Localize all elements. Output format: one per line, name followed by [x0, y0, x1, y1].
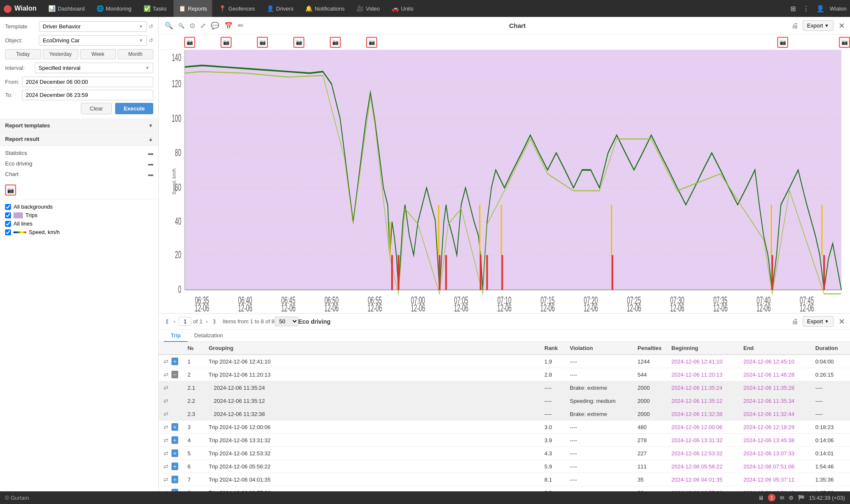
speed-checkbox[interactable] [5, 229, 11, 235]
nav-monitoring[interactable]: 🌐 Monitoring [91, 0, 137, 17]
row-sync-icon[interactable]: ⇄ [162, 371, 170, 378]
row-add-icon[interactable]: + [171, 436, 178, 444]
report-result-header[interactable]: Report result ▲ [0, 132, 158, 146]
row-end[interactable]: 2024-12-06 13:45:38 [740, 434, 812, 447]
camera-7[interactable]: 📷 [777, 37, 788, 48]
row-end[interactable]: 2024-12-06 13:07:33 [740, 447, 812, 460]
nav-geofences[interactable]: 📍 Geofences [214, 0, 260, 17]
yesterday-btn[interactable]: Yesterday [43, 49, 79, 59]
camera-6[interactable]: 📷 [366, 37, 377, 48]
chart-print-icon[interactable]: 🖨 [791, 21, 799, 30]
row-sync-icon[interactable]: ⇄ [162, 423, 170, 431]
row-beginning[interactable]: 2024-12-06 04:01:35 [668, 473, 740, 486]
trips-checkbox[interactable] [5, 212, 11, 218]
interval-select[interactable]: Specified interval ▼ [35, 63, 153, 73]
template-select[interactable]: Driver Behavior ▼ [39, 21, 147, 32]
camera-2[interactable]: 📷 [221, 37, 232, 48]
object-refresh-icon[interactable]: ↺ [149, 37, 153, 44]
chart-close-btn[interactable]: ✕ [839, 21, 845, 30]
row-add-icon[interactable]: + [171, 476, 178, 483]
grid-icon[interactable]: ⊞ [789, 3, 798, 14]
calendar-icon[interactable]: 📅 [224, 21, 234, 30]
camera-4[interactable]: 📷 [293, 37, 304, 48]
week-btn[interactable]: Week [80, 49, 116, 59]
row-add-icon[interactable]: + [171, 463, 178, 470]
result-item-statistics[interactable]: Statistics ▬ [0, 148, 158, 158]
report-templates-header[interactable]: Report templates ▼ [0, 119, 158, 132]
row-sync-icon[interactable]: ⇄ [162, 436, 170, 444]
nav-video[interactable]: 🎥 Video [351, 0, 385, 17]
tab-trip[interactable]: Trip [164, 330, 188, 342]
per-page-select[interactable]: 10 25 50 100 [275, 317, 298, 326]
row-end[interactable]: 2024-12-06 11:32:44 [740, 408, 812, 421]
nav-units[interactable]: 🚗 Units [386, 0, 419, 17]
clear-button[interactable]: Clear [81, 103, 112, 114]
to-input[interactable] [22, 90, 153, 100]
row-end[interactable]: 2024-12-06 05:37:11 [740, 473, 812, 486]
row-beginning[interactable]: 2024-12-06 11:35:12 [668, 394, 740, 408]
row-add-icon[interactable]: + [171, 449, 178, 457]
camera-icon-left[interactable]: 📷 [5, 185, 16, 196]
pen-icon[interactable]: ✏ [237, 21, 244, 30]
row-end[interactable]: 2024-12-06 07:51:08 [740, 460, 812, 473]
notification-badge[interactable]: 1 [768, 494, 775, 501]
nav-dashboard[interactable]: 📊 Dashboard [43, 0, 90, 17]
camera-3[interactable]: 📷 [257, 37, 268, 48]
row-beginning[interactable]: 2024-12-06 11:35:24 [668, 381, 740, 394]
all-backgrounds-checkbox[interactable] [5, 204, 11, 210]
nav-reports[interactable]: 📋 Reports [174, 0, 212, 17]
prev-page-btn[interactable]: ‹ [172, 317, 177, 325]
row-minus-icon[interactable]: − [171, 371, 178, 378]
camera-5[interactable]: 📷 [330, 37, 341, 48]
row-beginning[interactable]: 2024-12-06 11:20:13 [668, 368, 740, 381]
username[interactable]: Wialon [830, 6, 847, 12]
object-select[interactable]: EcoDriving Car ▼ [39, 35, 147, 46]
nav-notifications[interactable]: 🔔 Notifications [300, 0, 350, 17]
table-export-btn[interactable]: Export ▼ [803, 316, 833, 327]
row-end[interactable]: 2024-12-06 11:35:28 [740, 381, 812, 394]
from-input[interactable] [22, 77, 153, 87]
more-icon[interactable]: ⋮ [801, 3, 811, 14]
zoom-out-icon[interactable]: 🔍 [164, 21, 174, 30]
camera-8[interactable]: 📷 [839, 37, 850, 48]
table-print-icon[interactable]: 🖨 [791, 317, 799, 326]
nav-tasks[interactable]: ✅ Tasks [138, 0, 172, 17]
row-end[interactable]: 2024-12-06 10:04:49 [740, 486, 812, 492]
row-sync-icon[interactable]: ⇄ [162, 384, 170, 391]
row-beginning[interactable]: 2024-12-06 12:53:32 [668, 447, 740, 460]
zoom-in-icon[interactable]: 🔍 [177, 22, 185, 30]
result-item-eco-driving[interactable]: Eco driving ▬ [0, 158, 158, 169]
nav-drivers[interactable]: 👤 Drivers [262, 0, 298, 17]
next-page-btn[interactable]: › [204, 317, 209, 325]
month-btn[interactable]: Month [118, 49, 154, 59]
row-beginning[interactable]: 2024-12-06 12:41:10 [668, 355, 740, 368]
last-page-btn[interactable]: ⟫ [211, 317, 218, 325]
row-beginning[interactable]: 2024-12-06 12:00:06 [668, 421, 740, 434]
comment-icon[interactable]: 💬 [210, 21, 220, 30]
result-item-chart[interactable]: Chart ▬ [0, 169, 158, 179]
row-end[interactable]: 2024-12-06 12:18:29 [740, 421, 812, 434]
today-btn[interactable]: Today [5, 49, 41, 59]
row-end[interactable]: 2024-12-06 11:46:28 [740, 368, 812, 381]
chart-export-btn[interactable]: Export ▼ [803, 20, 833, 31]
row-beginning[interactable]: 2024-12-06 08:57:26 [668, 486, 740, 492]
app-logo[interactable]: ⬤ Wialon [3, 4, 36, 13]
user-icon[interactable]: 👤 [814, 3, 826, 14]
row-sync-icon[interactable]: ⇄ [162, 410, 170, 418]
expand-icon[interactable]: ⤢ [199, 21, 207, 30]
page-input[interactable] [179, 317, 191, 326]
row-add-icon[interactable]: + [171, 358, 178, 365]
row-beginning[interactable]: 2024-12-06 13:31:32 [668, 434, 740, 447]
row-sync-icon[interactable]: ⇄ [162, 476, 170, 483]
zoom-reset-icon[interactable]: ⊙ [189, 21, 196, 30]
tab-detalization[interactable]: Detalization [188, 330, 230, 342]
row-sync-icon[interactable]: ⇄ [162, 449, 170, 457]
row-end[interactable]: 2024-12-06 12:45:10 [740, 355, 812, 368]
row-beginning[interactable]: 2024-12-06 05:56:22 [668, 460, 740, 473]
row-sync-icon[interactable]: ⇄ [162, 358, 170, 365]
row-sync-icon[interactable]: ⇄ [162, 397, 170, 405]
execute-button[interactable]: Execute [115, 103, 153, 114]
template-refresh-icon[interactable]: ↺ [149, 23, 153, 30]
all-lines-checkbox[interactable] [5, 221, 11, 227]
row-add-icon[interactable]: + [171, 423, 178, 431]
